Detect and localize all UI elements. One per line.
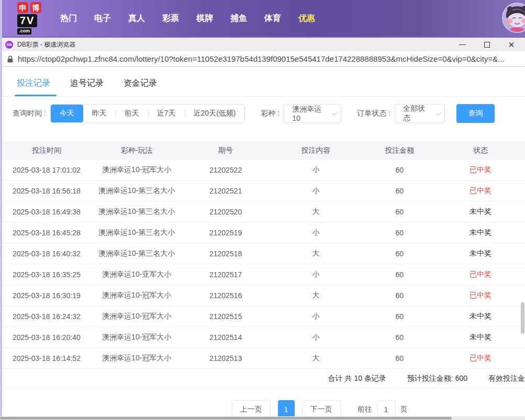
chevron-down-icon [435,110,441,116]
bet-time-cell: 2025-03-18 16:56:18 [2,187,91,195]
nav-menu-item[interactable]: 热门 [60,13,77,24]
bet-time-cell: 2025-03-18 16:45:28 [2,229,91,237]
bet-amount-cell: 60 [363,270,436,279]
time-filter-option[interactable]: 今天 [51,105,83,122]
game-play-cell: 澳洲幸运10-冠军大小 [91,312,183,321]
issue-number-cell: 21202522 [183,166,269,174]
game-play-cell: 澳洲幸运10-冠军大小 [91,333,183,342]
expected-amount-text: 预计投注金额: 600 [407,374,467,383]
maximize-button[interactable] [483,40,491,49]
horizontal-scrollbar-track[interactable] [0,416,525,420]
bet-content-cell: 大 [269,354,363,363]
bet-time-cell: 2025-03-18 16:35:25 [2,270,91,279]
nav-menu-item[interactable]: 优惠 [298,13,315,24]
goto-unit-label: 页 [400,405,408,414]
user-avatar[interactable] [502,3,525,33]
bet-time-cell: 2025-03-18 16:24:32 [2,312,91,321]
time-filter-label: 查询时间 : [13,109,46,118]
bet-content-cell: 小 [269,165,363,175]
bet-amount-cell: 60 [363,229,436,237]
site-logo[interactable]: 申 博 7V .com [17,2,41,35]
close-button[interactable]: ✕ [507,40,516,49]
column-header: 投注金额 [363,146,436,155]
horizontal-scrollbar-thumb[interactable] [0,417,452,419]
site-navbar: 申 博 7V .com 热门 电子 真人 彩票 棋牌 捕鱼 体育 优惠 [0,0,525,37]
valid-amount-text: 有效投注金额 [488,374,525,383]
avatar-image [503,4,525,32]
url-text[interactable]: https://ctop02pchwp1.zfnc84.com/lottery/… [18,54,505,63]
main-menu: 热门 电子 真人 彩票 棋牌 捕鱼 体育 优惠 [60,13,315,24]
column-header: 投注内容 [269,146,363,155]
status-cell: 未中奖 [436,333,525,342]
status-cell: 已中奖 [436,354,525,363]
bet-amount-cell: 60 [363,354,436,362]
nav-menu-item[interactable]: 捕鱼 [230,13,247,24]
bet-content-cell: 小 [269,186,363,196]
bet-time-cell: 2025-03-18 16:30:19 [2,291,91,300]
status-cell: 已中奖 [436,291,525,300]
minimize-button[interactable] [458,40,466,49]
status-cell: 未中奖 [436,228,525,237]
bet-time-cell: 2025-03-18 16:49:38 [2,208,91,216]
record-tab[interactable]: 追号记录 [70,70,104,96]
bet-content-cell: 大 [269,207,363,217]
issue-number-cell: 21202515 [183,312,269,321]
record-count-text: 合计 共 10 条记录 [328,374,386,383]
column-header: 状态 [436,146,525,155]
game-play-cell: 澳洲幸运10-冠军大小 [91,291,183,300]
nav-menu-item[interactable]: 体育 [264,13,281,24]
bet-time-cell: 2025-03-18 16:20:40 [2,333,91,342]
game-play-cell: 澳洲幸运10-第三名大小 [91,249,183,258]
table-row: 2025-03-18 17:01:02 澳洲幸运10-冠军大小 21202522… [2,160,525,180]
chevron-down-icon [332,110,338,116]
nav-menu-item[interactable]: 棋牌 [196,13,213,24]
table-row: 2025-03-18 16:14:52 澳洲幸运10-冠军大小 21202513… [2,348,525,369]
time-filter-option[interactable]: 近20天(低频) [185,105,245,122]
maximize-icon [484,42,490,48]
bet-amount-cell: 60 [363,312,436,321]
search-button[interactable]: 查询 [456,104,495,123]
vertical-scrollbar[interactable] [521,302,524,334]
issue-number-cell: 21202514 [183,333,269,342]
window-title: DB彩票 - 极速浏览器 [17,40,75,49]
column-header: 彩种-玩法 [91,146,183,155]
lottery-select-value: 澳洲幸运10 [292,105,326,122]
game-play-cell: 澳洲幸运10-第三名大小 [91,207,183,217]
time-filter-option[interactable]: 前天 [116,105,148,122]
column-header: 投注时间 [2,146,91,155]
issue-number-cell: 21202521 [183,187,269,195]
record-tab[interactable]: 投注记录 [17,70,50,96]
record-tab[interactable]: 资金记录 [124,70,157,96]
logo-suffix-text: .com [17,28,31,35]
goto-label: 前往 [358,405,372,414]
nav-menu-item[interactable]: 真人 [128,13,145,24]
status-cell: 未中奖 [436,249,525,258]
table-header-row: 投注时间 彩种-玩法 期号 投注内容 投注金额 状态 [2,142,525,160]
time-filter-option[interactable]: 近7天 [148,105,185,122]
goto-page-input[interactable] [377,401,396,418]
status-cell: 未中奖 [436,207,525,217]
issue-number-cell: 21202518 [183,249,269,258]
nav-menu-item[interactable]: 电子 [94,13,111,24]
summary-row: 合计 共 10 条记录 预计投注金额: 600 有效投注金额 [2,369,525,389]
status-cell: 已中奖 [436,165,525,175]
bet-content-cell: 小 [269,228,363,237]
lottery-select[interactable]: 澳洲幸运10 [284,104,341,123]
close-icon: ✕ [508,41,515,49]
issue-number-cell: 21202519 [183,229,269,237]
game-play-cell: 澳洲幸运10-冠军大小 [91,165,183,175]
column-header: 期号 [183,146,269,155]
browser-titlebar: DB DB彩票 - 极速浏览器 ✕ [0,37,525,51]
status-cell: 已中奖 [436,270,525,279]
time-filter-option[interactable]: 昨天 [83,105,116,122]
table-row: 2025-03-18 16:24:32 澳洲幸运10-冠军大小 21202515… [2,306,525,327]
bet-amount-cell: 60 [363,166,436,174]
nav-menu-item[interactable]: 彩票 [162,13,179,24]
page-content: 投注记录 追号记录 资金记录 查询时间 : 今天 昨天 前天 [0,67,525,419]
lock-icon[interactable] [7,55,13,63]
bet-amount-cell: 60 [363,187,436,195]
logo-badge-right: 博 [30,2,41,13]
bet-content-cell: 大 [269,291,363,300]
order-status-select[interactable]: 全部状态 [395,104,445,123]
logo-badges: 申 博 [17,2,41,13]
